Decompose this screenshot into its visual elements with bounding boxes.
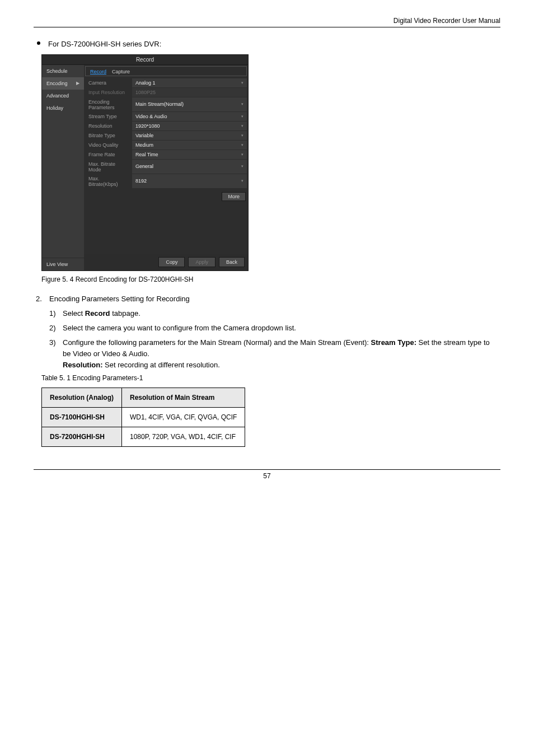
page-header: Digital Video Recorder User Manual xyxy=(34,17,500,27)
bullet-series: DS-7200HGHI-SH xyxy=(61,40,120,48)
chevron-down-icon: ▾ xyxy=(241,152,243,157)
row-resolution: Resolution 1920*1080 ▾ xyxy=(85,122,247,131)
label-video-quality: Video Quality xyxy=(85,141,132,150)
chevron-down-icon: ▾ xyxy=(241,114,243,119)
table-header-row: Resolution (Analog) Resolution of Main S… xyxy=(42,388,245,408)
th-resolution-mainstream: Resolution of Main Stream xyxy=(122,388,245,408)
label-camera: Camera xyxy=(85,78,132,88)
label-encoding-params: Encoding Parameters xyxy=(85,97,132,112)
more-button[interactable]: More xyxy=(222,192,246,201)
bullet-pre: For xyxy=(48,40,61,48)
page-content: For DS-7200HGHI-SH series DVR: Record Sc… xyxy=(34,39,500,447)
more-row: More xyxy=(84,190,248,203)
row-video-quality: Video Quality Medium ▾ xyxy=(85,141,247,150)
tab-record[interactable]: Record xyxy=(90,69,106,74)
select-max-bitrate-mode[interactable]: General ▾ xyxy=(132,160,247,174)
row-max-bitrate-kbps: Max. Bitrate(Kbps) 8192 ▾ xyxy=(85,174,247,189)
row-stream-type: Stream Type Video & Audio ▾ xyxy=(85,112,247,122)
select-video-quality[interactable]: Medium ▾ xyxy=(132,141,247,150)
sidebar-item-schedule[interactable]: Schedule xyxy=(42,65,84,77)
chevron-right-icon: ▶ xyxy=(76,81,79,86)
bullet-post: series DVR: xyxy=(120,40,161,48)
sidebar-item-holiday[interactable]: Holiday xyxy=(42,102,84,114)
substep-number: 1) xyxy=(49,308,63,319)
chevron-down-icon: ▾ xyxy=(241,143,243,147)
sidebar-item-advanced[interactable]: Advanced xyxy=(42,90,84,102)
row-max-bitrate-mode: Max. Bitrate Mode General ▾ xyxy=(85,160,247,174)
dialog-buttons: Copy Apply Back xyxy=(84,254,248,270)
step-number: 2. xyxy=(36,293,49,305)
sidebar-item-encoding[interactable]: Encoding ▶ xyxy=(42,77,84,90)
chevron-down-icon: ▾ xyxy=(241,102,243,106)
main-pane: Record Capture Camera Analog 1 ▾ In xyxy=(84,65,248,270)
chevron-down-icon: ▾ xyxy=(241,124,243,128)
apply-button[interactable]: Apply xyxy=(188,257,216,267)
step-2-1: 1) Select Record tabpage. xyxy=(36,308,498,319)
value-text: Variable xyxy=(135,133,153,138)
chevron-down-icon: ▾ xyxy=(241,133,243,138)
row-camera: Camera Analog 1 ▾ xyxy=(85,78,247,88)
table-row: DS-7200HGHI-SH 1080P, 720P, VGA, WD1, 4C… xyxy=(42,427,245,447)
select-frame-rate[interactable]: Real Time ▾ xyxy=(132,150,247,160)
value-text: Main Stream(Normal) xyxy=(135,101,184,107)
value-text: 1080P25 xyxy=(135,90,156,95)
sidebar-item-liveview[interactable]: Live View xyxy=(42,258,84,270)
screenshot-figure: Record Schedule Encoding ▶ Advanced Holi… xyxy=(41,54,249,271)
value-text: 1920*1080 xyxy=(135,123,160,129)
sidebar-spacer xyxy=(42,114,84,258)
label-input-resolution: Input Resolution xyxy=(85,88,132,97)
form-rows: Camera Analog 1 ▾ Input Resolution 1080P… xyxy=(85,78,247,189)
label-max-bitrate-kbps: Max. Bitrate(Kbps) xyxy=(85,174,132,189)
step-2-3: 3) Configure the following parameters fo… xyxy=(36,337,498,371)
page-number: 57 xyxy=(34,470,500,480)
select-bitrate-type[interactable]: Variable ▾ xyxy=(132,131,247,141)
chevron-down-icon: ▾ xyxy=(241,81,243,85)
step-text: Encoding Parameters Setting for Recordin… xyxy=(49,293,498,305)
substep-text: Select the camera you want to configure … xyxy=(63,323,498,334)
sidebar-item-label: Encoding xyxy=(46,81,68,86)
resolution-table: Resolution (Analog) Resolution of Main S… xyxy=(41,388,245,447)
label-resolution: Resolution xyxy=(85,122,132,131)
value-text: Medium xyxy=(135,142,153,148)
select-stream-type[interactable]: Video & Audio ▾ xyxy=(132,112,247,122)
th-resolution-analog: Resolution (Analog) xyxy=(42,388,122,408)
header-product-title: Digital Video Recorder User Manual xyxy=(34,17,500,27)
table-row: DS-7100HGHI-SH WD1, 4CIF, VGA, CIF, QVGA… xyxy=(42,408,245,427)
table-caption: Table 5. 1 Encoding Parameters-1 xyxy=(41,374,498,382)
select-max-bitrate-kbps[interactable]: 8192 ▾ xyxy=(132,174,247,189)
value-text: 8192 xyxy=(135,178,147,184)
app-body: Schedule Encoding ▶ Advanced Holiday Liv… xyxy=(42,65,248,270)
chevron-down-icon: ▾ xyxy=(241,164,243,169)
bullet-text: For DS-7200HGHI-SH series DVR: xyxy=(48,39,498,50)
select-camera[interactable]: Analog 1 ▾ xyxy=(132,78,247,88)
window-title: Record xyxy=(42,55,248,65)
row-input-resolution: Input Resolution 1080P25 xyxy=(85,88,247,97)
cell-model-1: DS-7100HGHI-SH xyxy=(42,408,122,427)
label-stream-type: Stream Type xyxy=(85,112,132,122)
app-window: Record Schedule Encoding ▶ Advanced Holi… xyxy=(41,54,249,271)
header-rule xyxy=(34,27,500,27)
back-button[interactable]: Back xyxy=(219,257,245,267)
bullet-dot-icon xyxy=(37,41,40,45)
tabs: Record Capture xyxy=(85,66,247,76)
row-frame-rate: Frame Rate Real Time ▾ xyxy=(85,150,247,160)
step-2-2: 2) Select the camera you want to configu… xyxy=(36,323,498,334)
tab-capture[interactable]: Capture xyxy=(112,69,130,74)
select-resolution[interactable]: 1920*1080 ▾ xyxy=(132,122,247,131)
chevron-down-icon: ▾ xyxy=(241,179,243,183)
row-bitrate-type: Bitrate Type Variable ▾ xyxy=(85,131,247,141)
copy-button[interactable]: Copy xyxy=(158,257,185,267)
substep-number: 3) xyxy=(49,337,63,371)
value-camera: Analog 1 xyxy=(135,80,156,86)
step-2: 2. Encoding Parameters Setting for Recor… xyxy=(36,293,498,305)
sidebar: Schedule Encoding ▶ Advanced Holiday Liv… xyxy=(42,65,84,270)
select-encoding-params[interactable]: Main Stream(Normal) ▾ xyxy=(132,97,247,112)
label-bitrate-type: Bitrate Type xyxy=(85,131,132,141)
bullet-item: For DS-7200HGHI-SH series DVR: xyxy=(36,39,498,50)
value-text: General xyxy=(135,164,153,169)
substep-text: Select Record tabpage. xyxy=(63,308,498,319)
substep-text: Configure the following parameters for t… xyxy=(63,337,498,371)
value-text: Real Time xyxy=(135,152,158,157)
cell-res-1: WD1, 4CIF, VGA, CIF, QVGA, QCIF xyxy=(122,408,245,427)
substep-number: 2) xyxy=(49,323,63,334)
